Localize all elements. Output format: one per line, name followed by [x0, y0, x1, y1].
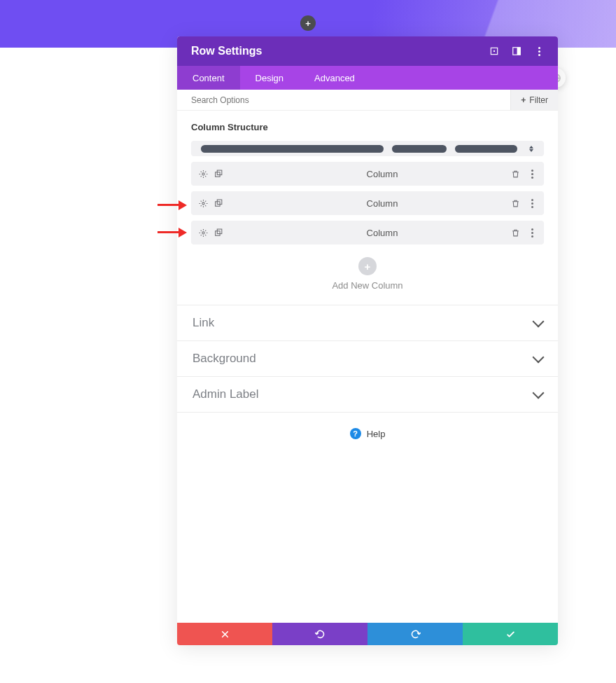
- duplicate-icon[interactable]: [214, 228, 223, 237]
- column-label: Column: [254, 198, 510, 209]
- tab-advanced[interactable]: Advanced: [299, 66, 370, 90]
- redo-button[interactable]: [368, 623, 463, 645]
- close-icon: [220, 630, 230, 639]
- section-heading: Column Structure: [191, 122, 544, 132]
- chevron-down-icon: [533, 316, 545, 328]
- accordion-label: Background: [192, 352, 256, 366]
- more-icon[interactable]: [527, 169, 537, 179]
- chevron-down-icon: [533, 352, 545, 364]
- more-icon[interactable]: [534, 46, 544, 56]
- gear-icon[interactable]: [198, 228, 208, 237]
- save-button[interactable]: [463, 623, 558, 645]
- chevron-down-icon: [533, 387, 545, 399]
- plus-icon: +: [521, 95, 526, 105]
- column-item[interactable]: Column: [191, 221, 544, 244]
- accordion-link[interactable]: Link: [177, 305, 558, 340]
- banner-add-button[interactable]: +: [300, 15, 316, 31]
- accordion-background[interactable]: Background: [177, 340, 558, 376]
- trash-icon[interactable]: [510, 169, 520, 179]
- modal-title: Row Settings: [191, 45, 489, 57]
- tabs: Content Design Advanced: [177, 66, 558, 90]
- svg-point-3: [493, 50, 495, 52]
- svg-point-6: [202, 172, 204, 174]
- search-input[interactable]: [177, 95, 510, 105]
- filter-label: Filter: [529, 95, 548, 105]
- gear-icon[interactable]: [198, 169, 208, 179]
- filter-button[interactable]: + Filter: [510, 90, 558, 110]
- undo-button[interactable]: [272, 623, 368, 645]
- tab-design[interactable]: Design: [240, 66, 299, 90]
- row-settings-modal: Row Settings Content Design Advanced + F…: [177, 36, 558, 645]
- structure-bar: [201, 145, 384, 153]
- column-item[interactable]: Column: [191, 191, 544, 215]
- gear-icon[interactable]: [198, 198, 208, 208]
- cancel-button[interactable]: [177, 623, 272, 645]
- undo-icon: [315, 629, 326, 640]
- panel-layout-icon[interactable]: [512, 46, 522, 56]
- sort-icon: [528, 146, 534, 152]
- add-column-label: Add New Column: [191, 280, 544, 291]
- help-row[interactable]: ? Help: [177, 412, 558, 455]
- check-icon: [505, 629, 516, 640]
- svg-rect-5: [517, 48, 521, 55]
- accordion-label: Link: [192, 316, 214, 330]
- add-column-button[interactable]: +: [358, 257, 377, 275]
- expand-icon[interactable]: [489, 46, 499, 56]
- modal-header: Row Settings: [177, 36, 558, 66]
- annotation-arrow: [158, 228, 187, 237]
- svg-point-9: [202, 202, 204, 204]
- more-icon[interactable]: [527, 228, 537, 237]
- annotation-arrow: [158, 200, 187, 210]
- spacer: [177, 455, 558, 623]
- search-row: + Filter: [177, 90, 558, 111]
- duplicate-icon[interactable]: [214, 169, 223, 179]
- column-item[interactable]: Column: [191, 162, 544, 186]
- accordion-admin-label[interactable]: Admin Label: [177, 376, 558, 412]
- redo-icon: [410, 629, 421, 640]
- trash-icon[interactable]: [510, 228, 520, 237]
- duplicate-icon[interactable]: [214, 198, 223, 208]
- trash-icon[interactable]: [510, 198, 520, 208]
- accordion-label: Admin Label: [192, 387, 259, 401]
- modal-footer: [177, 623, 558, 645]
- column-label: Column: [254, 169, 510, 179]
- more-icon[interactable]: [527, 198, 537, 208]
- structure-bar: [455, 145, 517, 153]
- svg-point-12: [202, 231, 204, 233]
- structure-bar: [392, 145, 447, 153]
- content-panel: Column Structure Column: [177, 111, 558, 305]
- help-icon: ?: [350, 428, 361, 439]
- add-column: + Add New Column: [191, 257, 544, 291]
- column-label: Column: [254, 228, 510, 238]
- column-structure-selector[interactable]: [191, 141, 544, 156]
- help-label: Help: [367, 429, 386, 439]
- tab-content[interactable]: Content: [177, 66, 240, 90]
